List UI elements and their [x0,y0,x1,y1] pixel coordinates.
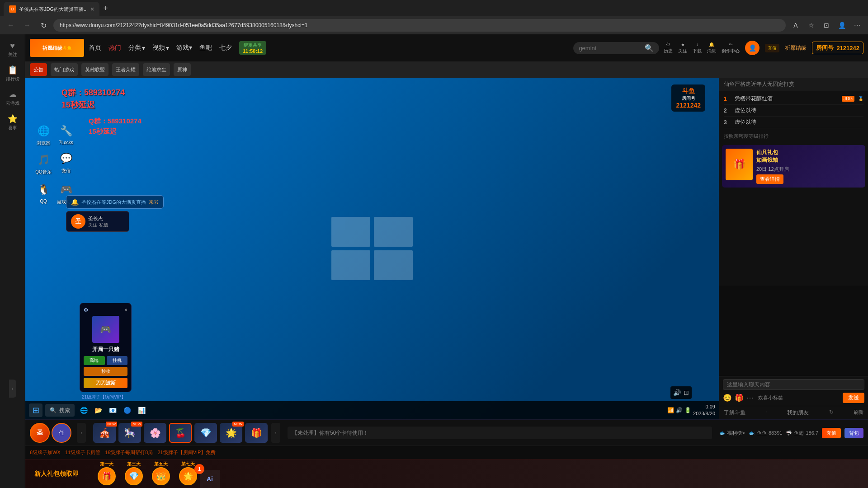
sub-nav-hot[interactable]: 热门游戏 [51,63,78,76]
nav-live[interactable]: 热门 [108,44,121,52]
video-stream: Q群：589310274 15秒延迟 Q群：589310274 15秒延迟 斗鱼… [25,78,719,419]
top-icon-download[interactable]: ↓ 下载 [693,42,702,54]
gift-bag-button[interactable]: 背包 [844,428,863,438]
new-badge-1: NEW [106,422,117,427]
site-logo[interactable]: 祈愿结缘 斗鱼 [30,39,84,57]
vip-badge[interactable]: 充值 [765,44,779,52]
ai-taskbar-button[interactable]: Ai [200,470,220,488]
gift-item-4[interactable]: 🍒 [169,423,192,443]
top-nav: 祈愿结缘 斗鱼 首页 热门 分类 ▾ 视频 ▾ 游戏▾ 鱼吧 [25,34,868,61]
streamer-avatar-bottom[interactable]: 圣 [30,423,50,443]
rank-badge-1: JDG [842,96,854,102]
sidebar-item-events[interactable]: ⭐ 喜事 [2,111,24,134]
ad-detail-button[interactable]: 查看详情 [756,174,783,184]
gift-item-1[interactable]: 🎪 NEW [93,423,116,443]
sidebar-collapse-arrow[interactable]: › [9,380,16,398]
gift-day-4[interactable]: 第七天 🌟 1 [179,461,197,487]
settings-button[interactable]: ⋯ [851,19,863,32]
sidebar-item-cloud-game[interactable]: ☁ 云游戏 [2,87,24,109]
profile-button[interactable]: 👤 [835,19,848,32]
emoji-icon[interactable]: 😊 [723,394,732,402]
notif-text-4: 21级牌子【房间VIP】免费 [157,449,216,456]
more-icon-chat[interactable]: ⋯ [746,394,754,402]
ad-image: 🎁 [726,149,753,180]
back-button[interactable]: ← [5,19,17,32]
nav-category[interactable]: 分类 ▾ [128,44,145,52]
top-icon-notify[interactable]: 🔔 消息 [707,42,716,54]
gift-6-icon: 🌟 [226,427,237,438]
top-icon-create[interactable]: ✏ 创作中心 [722,42,740,54]
bottom-right-controls: 🐟 福利榜> 🐟 鱼鱼 88391 🦈 鱼翅 186.7 充值 背包 [719,428,863,438]
gift-item-5[interactable]: 💎 [194,423,217,443]
sidebar-item-ranking[interactable]: 📋 排行榜 [2,62,24,85]
video-area: Q群：589310274 15秒延迟 Q群：589310274 15秒延迟 斗鱼… [25,78,719,419]
friend-info-link[interactable]: 了解斗鱼 [724,409,745,417]
nav-seven[interactable]: 七夕 [219,44,232,52]
sub-nav-announcement[interactable]: 公告 [30,63,47,76]
gift-icon-chat[interactable]: 🎁 [735,394,744,402]
coupon-box[interactable]: 绑定共享 11:50:12 [239,41,266,55]
user-avatar-bottom[interactable]: 任 [52,423,71,443]
tab-close-button[interactable]: × [90,5,94,13]
top-icon-follow[interactable]: ★ 关注 [678,42,687,54]
rank-num-1: 1 [724,96,731,102]
ad-title: 仙凡礼包 如画饿蛐 [756,149,862,164]
bookmark-button[interactable]: ☆ [805,19,817,32]
recharge-button[interactable]: 充值 [822,428,841,438]
user-avatar[interactable]: 👤 [745,41,760,55]
logo-area: 祈愿结缘 斗鱼 [30,39,84,57]
nav-game[interactable]: 游戏▾ [176,44,192,52]
sub-nav-yuanshen[interactable]: 原神 [174,63,191,76]
gift-banner-title: 新人礼包领取即 [34,470,89,478]
follow-icon: ★ [681,42,685,47]
gift-item-6[interactable]: 🌟 NEW [220,423,242,443]
panel-top: 仙鱼严格走近年人无固定打赏 1 凭楼带花醇红酒 JDG 🏅 2 虚位以待 [719,78,868,286]
top-icon-history[interactable]: ⏱ 历史 [664,42,673,54]
gift-item-2[interactable]: 🎠 NEW [118,423,141,443]
search-input[interactable] [579,45,642,52]
my-friend-link[interactable]: 我的朋友 [787,409,809,417]
gift-item-3[interactable]: 🌸 [144,423,166,443]
active-tab[interactable]: D 圣佼杰在等JDG的大满贯直播... × [4,2,99,16]
gift-day-1[interactable]: 第一天 🎁 [98,461,116,487]
gift-3-icon: 🌸 [150,427,161,438]
sidebar-item-follow[interactable]: ♥ 关注 [2,38,24,61]
gift-circle-3: 👑 [152,467,170,485]
sub-nav-wzry[interactable]: 王者荣耀 [112,63,139,76]
sidebar-item-ranking-label: 排行榜 [6,76,19,82]
right-panel: 仙鱼严格走近年人无固定打赏 1 凭楼带花醇红酒 JDG 🏅 2 虚位以待 [719,78,868,419]
translate-button[interactable]: A [789,19,802,32]
gift-item-7[interactable]: 🎁 [245,423,268,443]
nav-fish[interactable]: 鱼吧 [199,44,212,52]
nav-video[interactable]: 视频 ▾ [152,44,169,52]
browser-controls: ← → ↻ A ☆ ⊡ 👤 ⋯ [0,16,868,34]
fish-pod-icon: 🦈 [786,430,792,436]
rank-item-2: 2 虚位以待 [724,105,863,117]
gift-day-3[interactable]: 第五天 👑 [152,461,170,487]
send-button[interactable]: 发送 [843,393,864,403]
scroll-left-arrow[interactable]: ‹ [77,423,86,443]
welfare-button[interactable]: 🐟 福利榜> [719,430,745,436]
fish-count-display: 🐟 鱼鱼 88391 [749,430,783,436]
top-icon-area: ⏱ 历史 ★ 关注 ↓ 下载 🔔 消息 ✏ 创作中心 [664,41,863,55]
sub-nav-lol[interactable]: 英雄联盟 [81,63,108,76]
refresh-icon[interactable]: ↻ [829,409,834,417]
stream-background [25,78,719,419]
rank-title: 按照亲密度等级排行 [719,130,868,142]
create-icon: ✏ [729,42,732,47]
chat-action-bar: 😊 🎁 ⋯ 欢喜小标签 发送 [723,393,864,403]
sidebar-item-events-label: 喜事 [8,125,17,131]
refresh-button[interactable]: ↻ [37,19,50,32]
scroll-right-arrow[interactable]: › [271,423,280,443]
forward-button[interactable]: → [21,19,33,32]
fish-label: 鱼鱼 [757,430,767,436]
extensions-button[interactable]: ⊡ [820,19,833,32]
sub-nav-pubg[interactable]: 绝地求生 [143,63,170,76]
gift-day-2[interactable]: 第三天 💎 [125,461,143,487]
ad-content: 仙凡礼包 如画饿蛐 20日 12点开启 查看详情 [756,149,862,184]
address-bar[interactable] [53,19,786,32]
search-icon[interactable]: 🔍 [645,44,654,52]
new-tab-button[interactable]: + [103,4,108,13]
nav-home[interactable]: 首页 [89,44,101,52]
chat-input[interactable] [723,379,864,390]
